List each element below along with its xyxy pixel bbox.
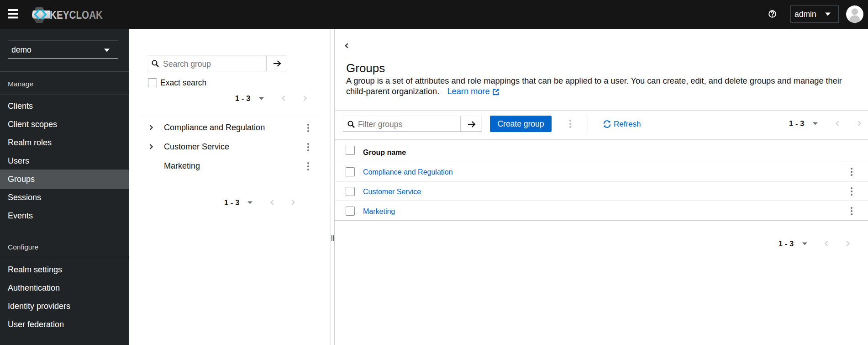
svg-text:KEYCLOAK: KEYCLOAK <box>50 9 103 21</box>
